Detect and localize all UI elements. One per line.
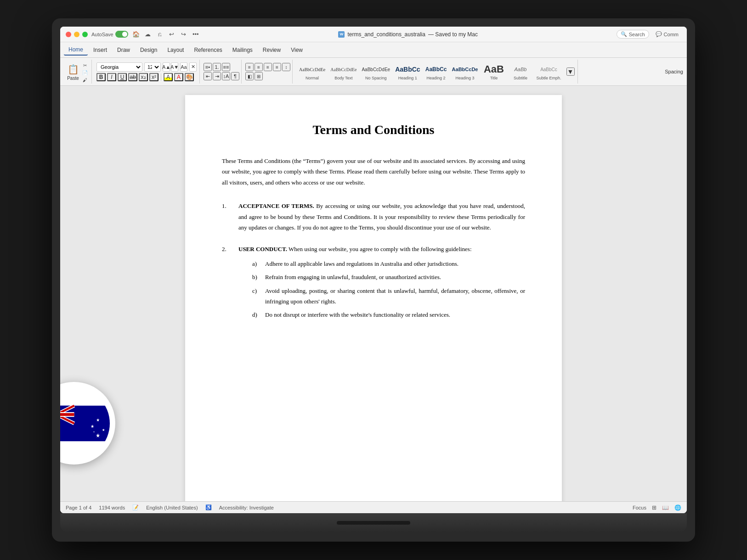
tab-view[interactable]: View	[286, 45, 307, 55]
style-subtitle[interactable]: AaBb Subtitle	[508, 62, 533, 81]
font-size-select[interactable]: 12	[144, 62, 161, 72]
style-heading3-preview: AaBbCcDe	[452, 63, 478, 76]
text-color-button[interactable]: A	[174, 73, 183, 81]
subscript-button[interactable]: x₂	[139, 73, 148, 81]
view-read-icon[interactable]: 📖	[662, 504, 669, 511]
paste-label: Paste	[67, 76, 79, 81]
paste-group: 📋 Paste ✂ 📄 🖌	[64, 60, 92, 84]
line-spacing-button[interactable]: ↕	[282, 63, 290, 71]
minimize-button[interactable]	[74, 32, 79, 37]
style-no-spacing-label: No Spacing	[365, 76, 387, 80]
style-subtle-emph[interactable]: AaBbCc Subtle Emph.	[534, 62, 563, 81]
superscript-button[interactable]: x²	[149, 73, 158, 81]
tab-draw[interactable]: Draw	[113, 45, 135, 55]
ribbon: Home Insert Draw Design Layout Reference…	[60, 42, 687, 86]
clear-format-button[interactable]: ✕	[189, 62, 197, 72]
save-status: — Saved to my Mac	[428, 31, 478, 38]
tab-insert[interactable]: Insert	[89, 45, 112, 55]
shading-button[interactable]: 🎨	[185, 73, 194, 81]
text-highlight-button[interactable]: A	[164, 73, 173, 81]
word-icon: W	[338, 31, 345, 38]
bullet-list-button[interactable]: ≡•	[204, 63, 212, 71]
cut-button[interactable]: ✂	[81, 62, 89, 68]
comment-button[interactable]: 💬 Comm	[653, 30, 681, 38]
search-icon: 🔍	[621, 31, 627, 37]
increase-indent-button[interactable]: ⇥	[213, 72, 221, 80]
page-count: Page 1 of 4	[66, 505, 91, 510]
section-1-body: ACCEPTANCE OF TERMS. By accessing or usi…	[238, 201, 525, 233]
style-normal[interactable]: AaBbCcDdEe Normal	[297, 62, 327, 81]
ribbon-tabs: Home Insert Draw Design Layout Reference…	[60, 42, 687, 58]
autosave-switch[interactable]	[115, 31, 128, 38]
style-body-text[interactable]: AaBbCcDdEe Body Text	[328, 62, 358, 81]
laptop-screen: AutoSave 🏠 ☁ ⎌ ↩ ↪ ••• W terms_and_condi…	[60, 27, 687, 513]
style-heading2-label: Heading 2	[427, 76, 446, 80]
style-subtle-label: Subtle Emph.	[536, 76, 561, 80]
multilevel-list-button[interactable]: ≡≡	[222, 63, 230, 71]
align-justify-button[interactable]: ≡	[273, 63, 281, 71]
tab-layout[interactable]: Layout	[163, 45, 188, 55]
view-layout-icon[interactable]: ⊞	[652, 504, 656, 511]
redo-icon[interactable]: ↪	[180, 30, 188, 39]
bold-button[interactable]: B	[96, 73, 106, 81]
align-left-button[interactable]: ≡	[245, 63, 254, 71]
title-center: W terms_and_conditions_australia — Saved…	[204, 31, 613, 38]
copy-button[interactable]: 📄	[81, 69, 89, 76]
style-heading3[interactable]: AaBbCcDe Heading 3	[450, 62, 480, 81]
format-painter-button[interactable]: 🖌	[81, 77, 89, 83]
numbered-list-button[interactable]: 1.	[213, 63, 221, 71]
show-marks-button[interactable]: ¶	[231, 72, 239, 80]
paste-button[interactable]: 📋 Paste	[67, 63, 79, 81]
style-heading2[interactable]: AaBbCc Heading 2	[424, 62, 449, 81]
laptop-notch	[337, 521, 410, 525]
style-normal-preview: AaBbCcDdEe	[299, 63, 325, 76]
accessibility-label[interactable]: Accessibility: Investigate	[219, 505, 274, 510]
word-count: 1194 words	[99, 505, 125, 510]
font-family-select[interactable]: Georgia	[96, 62, 142, 72]
close-button[interactable]	[66, 32, 71, 37]
italic-button[interactable]: I	[107, 73, 116, 81]
font-size-increase[interactable]: A▲	[163, 62, 170, 72]
more-icon[interactable]: •••	[192, 30, 200, 39]
font-size-buttons: A▲ A▼	[163, 62, 178, 72]
search-button[interactable]: 🔍 Search	[617, 30, 649, 39]
tab-home[interactable]: Home	[64, 45, 88, 56]
align-center-button[interactable]: ≡	[255, 63, 263, 71]
maximize-button[interactable]	[82, 32, 88, 37]
shading-fill-button[interactable]: ◧	[245, 72, 254, 80]
focus-label[interactable]: Focus	[633, 505, 646, 510]
borders-button[interactable]: ⊞	[255, 72, 263, 80]
style-no-spacing[interactable]: AaBbCcDdEe No Spacing	[360, 62, 392, 81]
australia-flag-svg	[60, 388, 110, 459]
style-body-text-label: Body Text	[334, 76, 352, 80]
style-heading1[interactable]: AaBbCc Heading 1	[393, 62, 422, 81]
laptop-base	[60, 513, 687, 532]
change-case-button[interactable]: Aa	[180, 62, 187, 72]
style-title[interactable]: AaB Title	[481, 62, 506, 81]
sort-button[interactable]: ↕A	[222, 72, 230, 80]
styles-expand-button[interactable]: ▼	[566, 67, 575, 76]
tab-design[interactable]: Design	[136, 45, 162, 55]
font-row2: B I U ab x₂ x² A A 🎨	[96, 73, 197, 81]
section-1: 1. ACCEPTANCE OF TERMS. By accessing or …	[222, 201, 525, 233]
document-page[interactable]: Terms and Conditions These Terms and Con…	[185, 95, 562, 501]
autosave-toggle[interactable]: AutoSave	[91, 31, 128, 38]
decrease-indent-button[interactable]: ⇤	[204, 72, 212, 80]
cloud-icon[interactable]: ☁	[144, 30, 152, 39]
undo-icon[interactable]: ↩	[168, 30, 176, 39]
strikethrough-button[interactable]: ab	[128, 73, 137, 81]
tab-references[interactable]: References	[189, 45, 226, 55]
laptop-shell: AutoSave 🏠 ☁ ⎌ ↩ ↪ ••• W terms_and_condi…	[52, 18, 695, 542]
align-right-button[interactable]: ≡	[264, 63, 272, 71]
align-row2: ◧ ⊞	[245, 72, 290, 80]
view-web-icon[interactable]: 🌐	[674, 504, 681, 511]
document-area[interactable]: Terms and Conditions These Terms and Con…	[60, 86, 687, 501]
proofing-icon[interactable]: 📝	[132, 504, 139, 510]
undo-history-icon[interactable]: ⎌	[156, 30, 164, 39]
font-size-decrease[interactable]: A▼	[171, 62, 178, 72]
underline-button[interactable]: U	[118, 73, 127, 81]
home-icon[interactable]: 🏠	[132, 30, 140, 39]
tab-mailings[interactable]: Mailings	[228, 45, 257, 55]
tab-review[interactable]: Review	[258, 45, 285, 55]
subitem-a-text: Adhere to all applicable laws and regula…	[265, 258, 458, 269]
